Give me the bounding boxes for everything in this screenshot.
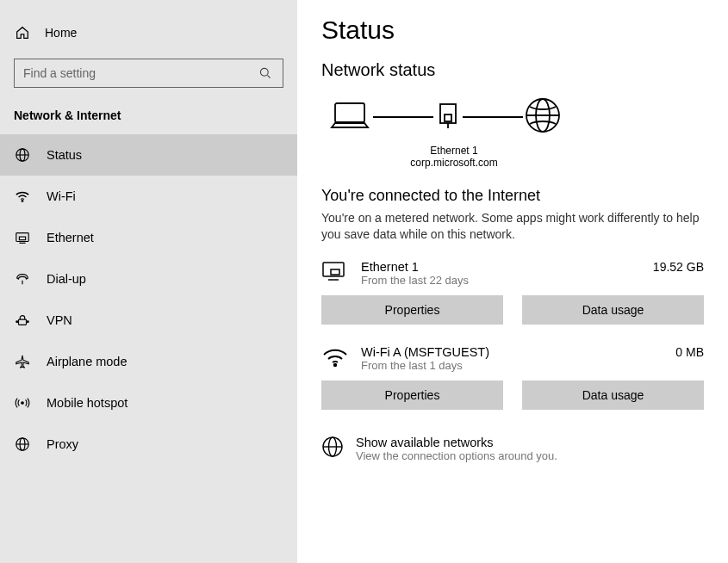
diagram-adapter-name: Ethernet 1 [316, 145, 592, 157]
connection-usage: 0 MB [675, 345, 704, 359]
page-title: Status [321, 15, 704, 45]
connection-name: Ethernet 1 [361, 260, 641, 274]
airplane-icon [14, 353, 31, 370]
svg-point-0 [260, 68, 268, 76]
sidebar-item-label: Status [47, 148, 82, 162]
search-icon [257, 65, 274, 82]
data-usage-button[interactable]: Data usage [522, 380, 704, 410]
sidebar-item-label: Ethernet [47, 231, 94, 244]
connection-block-ethernet: Ethernet 1 From the last 22 days 19.52 G… [321, 260, 704, 325]
nav-home-label: Home [45, 26, 77, 40]
svg-rect-17 [335, 103, 364, 122]
diagram-label: Ethernet 1 corp.microsoft.com [316, 145, 592, 170]
ethernet-icon [321, 260, 349, 282]
diagram-domain-name: corp.microsoft.com [316, 157, 592, 169]
connection-block-wifi: Wi-Fi A (MSFTGUEST) From the last 1 days… [321, 345, 704, 410]
sidebar-item-label: Mobile hotspot [47, 396, 128, 410]
svg-point-11 [16, 321, 18, 323]
data-usage-button[interactable]: Data usage [522, 295, 704, 325]
hotspot-icon [14, 394, 31, 411]
sidebar-category-title: Network & Internet [0, 103, 297, 134]
search-input[interactable] [23, 66, 257, 80]
sidebar-item-label: Airplane mode [47, 355, 128, 368]
svg-rect-25 [331, 269, 339, 275]
connected-subtext: You're on a metered network. Some apps m… [321, 210, 704, 243]
status-icon [14, 146, 31, 164]
diagram-line [373, 116, 433, 118]
sidebar-item-label: Dial-up [47, 272, 86, 286]
globe-icon [523, 96, 563, 138]
connection-usage: 19.52 GB [653, 260, 704, 274]
sidebar: Home Network & Internet Status [0, 0, 297, 563]
sidebar-item-label: Proxy [47, 437, 78, 451]
connection-name: Wi-Fi A (MSFTGUEST) [361, 345, 663, 359]
sidebar-item-label: VPN [47, 313, 72, 327]
connection-subtext: From the last 22 days [361, 274, 641, 287]
svg-point-12 [27, 321, 28, 323]
wifi-icon [321, 345, 349, 368]
svg-point-5 [22, 201, 23, 202]
main-content: Status Network status [297, 0, 728, 563]
laptop-icon [327, 98, 373, 135]
sidebar-item-wifi[interactable]: Wi-Fi [0, 176, 297, 217]
sidebar-item-proxy[interactable]: Proxy [0, 424, 297, 465]
sidebar-item-vpn[interactable]: VPN [0, 300, 297, 341]
ethernet-icon [14, 229, 31, 246]
adapter-icon [433, 101, 463, 133]
show-available-networks[interactable]: Show available networks View the connect… [321, 436, 704, 462]
sidebar-item-airplane[interactable]: Airplane mode [0, 341, 297, 382]
diagram-line [463, 116, 523, 118]
show-networks-sub: View the connection options around you. [356, 449, 557, 462]
properties-button[interactable]: Properties [321, 380, 503, 410]
wifi-icon [14, 188, 31, 205]
sidebar-item-status[interactable]: Status [0, 134, 297, 176]
proxy-icon [14, 436, 31, 453]
svg-rect-18 [440, 104, 456, 123]
section-heading: Network status [321, 60, 704, 80]
properties-button[interactable]: Properties [321, 295, 503, 325]
connected-heading: You're connected to the Internet [321, 187, 704, 205]
sidebar-nav: Status Wi-Fi Ethernet [0, 134, 297, 465]
svg-line-1 [267, 75, 270, 77]
network-diagram [327, 96, 704, 138]
sidebar-item-hotspot[interactable]: Mobile hotspot [0, 382, 297, 424]
sidebar-item-label: Wi-Fi [47, 189, 76, 203]
svg-rect-10 [19, 319, 27, 325]
svg-rect-7 [19, 237, 25, 240]
svg-rect-19 [445, 114, 451, 121]
svg-point-27 [334, 363, 337, 366]
vpn-icon [14, 312, 31, 329]
home-icon [14, 24, 31, 41]
globe-icon [321, 436, 344, 458]
dialup-icon [14, 270, 31, 288]
svg-point-13 [22, 402, 24, 405]
sidebar-item-ethernet[interactable]: Ethernet [0, 217, 297, 258]
sidebar-item-dialup[interactable]: Dial-up [0, 258, 297, 300]
connection-subtext: From the last 1 days [361, 359, 663, 372]
show-networks-title: Show available networks [356, 436, 557, 449]
nav-home[interactable]: Home [0, 17, 297, 48]
search-input-container[interactable] [14, 59, 283, 88]
